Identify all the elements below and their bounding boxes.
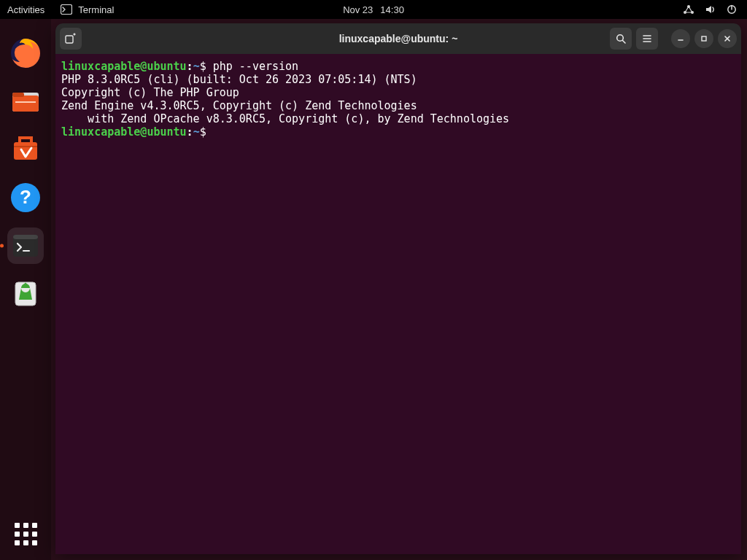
minimize-button[interactable] <box>671 29 690 48</box>
prompt-path: ~ <box>193 60 200 73</box>
terminal-viewport[interactable]: linuxcapable@ubuntu:~$ php --version PHP… <box>55 54 741 554</box>
activities-button[interactable]: Activities <box>7 4 44 15</box>
prompt-path: ~ <box>193 125 200 139</box>
power-icon[interactable] <box>727 4 737 15</box>
command-text: php --version <box>213 60 298 73</box>
time-label: 14:30 <box>380 4 404 15</box>
app-name-label: Terminal <box>78 4 114 15</box>
prompt-symbol: $ <box>200 60 206 73</box>
svg-text:?: ? <box>20 186 31 208</box>
svg-rect-9 <box>12 96 39 112</box>
window-title: linuxcapable@ubuntu: ~ <box>339 33 458 44</box>
output-line: Zend Engine v4.3.0RC5, Copyright (c) Zen… <box>61 99 417 112</box>
terminal-icon <box>61 4 72 15</box>
menu-button[interactable] <box>636 28 658 50</box>
output-line: Copyright (c) The PHP Group <box>61 86 239 99</box>
top-bar: Activities Terminal Nov 23 14:30 <box>0 0 747 19</box>
prompt-user: linuxcapable@ubuntu <box>61 60 187 73</box>
dock-item-files[interactable] <box>7 83 44 120</box>
svg-rect-19 <box>66 36 73 43</box>
svg-rect-10 <box>12 93 24 97</box>
svg-rect-0 <box>61 5 72 15</box>
svg-line-21 <box>623 41 626 44</box>
svg-rect-26 <box>702 36 706 41</box>
network-icon[interactable] <box>683 4 694 15</box>
volume-icon[interactable] <box>705 4 716 15</box>
svg-rect-11 <box>15 101 36 103</box>
terminal-window: linuxcapable@ubuntu: ~ linuxcapable@ubun… <box>55 23 741 554</box>
dock-item-terminal[interactable] <box>7 228 44 264</box>
window-titlebar[interactable]: linuxcapable@ubuntu: ~ <box>55 23 741 54</box>
maximize-button[interactable] <box>694 29 713 48</box>
app-menu[interactable]: Terminal <box>61 4 114 15</box>
dock-item-software[interactable] <box>7 131 44 168</box>
show-applications-button[interactable] <box>12 521 39 547</box>
dock-item-trash[interactable] <box>7 276 44 312</box>
close-button[interactable] <box>718 29 737 48</box>
dock-item-firefox[interactable] <box>7 35 44 71</box>
output-line: PHP 8.3.0RC5 (cli) (built: Oct 26 2023 0… <box>61 73 417 86</box>
prompt-sep: : <box>187 125 193 139</box>
prompt-symbol: $ <box>200 125 206 139</box>
svg-rect-16 <box>13 235 38 239</box>
prompt-sep: : <box>187 60 193 73</box>
date-label: Nov 23 <box>343 4 373 15</box>
clock[interactable]: Nov 23 14:30 <box>343 4 404 15</box>
dock: ? <box>0 19 51 560</box>
output-line: with Zend OPcache v8.3.0RC5, Copyright (… <box>61 112 509 125</box>
prompt-user: linuxcapable@ubuntu <box>61 125 187 139</box>
dock-item-help[interactable]: ? <box>7 179 44 216</box>
search-button[interactable] <box>610 28 632 50</box>
new-tab-button[interactable] <box>60 28 82 50</box>
